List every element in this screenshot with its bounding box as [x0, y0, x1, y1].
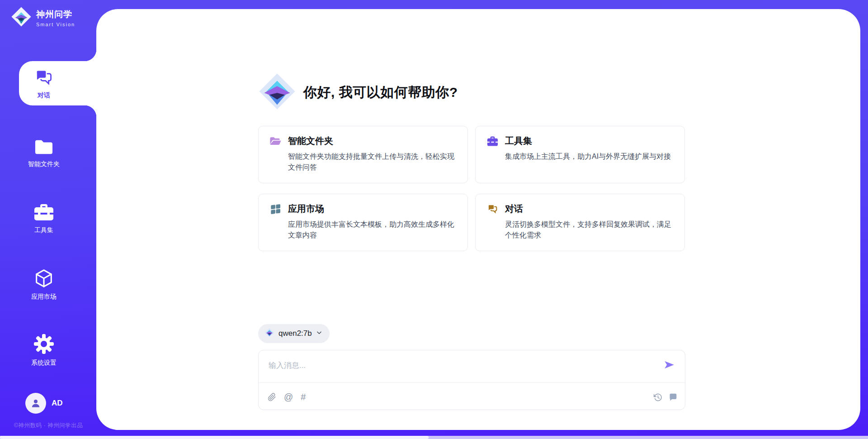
card-smart-folder[interactable]: 智能文件夹 智能文件夹功能支持批量文件上传与清洗，轻松实现文件问答 — [258, 126, 468, 183]
sidebar-item-label: 工具集 — [34, 226, 53, 234]
main-panel: 你好, 我可以如何帮助你? 智能文件夹 智能文件夹功能支持批量文件 — [96, 9, 860, 430]
model-name: qwen2:7b — [278, 329, 312, 338]
page-title: 你好, 我可以如何帮助你? — [303, 83, 458, 102]
gear-icon — [33, 333, 55, 355]
card-title: 对话 — [505, 203, 523, 215]
card-description: 集成市场上主流工具，助力AI与外界无缝扩展与对接 — [505, 151, 678, 162]
open-folder-icon — [269, 136, 282, 147]
card-chat[interactable]: 对话 灵活切换多模型文件，支持多样回复效果调试，满足个性化需求 — [475, 194, 685, 251]
card-title: 工具集 — [505, 135, 532, 147]
brand-name: 神州问学 — [36, 9, 75, 20]
sidebar-item-label: 智能文件夹 — [28, 160, 60, 168]
greeting-block: 你好, 我可以如何帮助你? — [258, 72, 458, 112]
toolbox-icon — [33, 202, 55, 222]
scrollbar-thumb[interactable] — [0, 436, 429, 439]
card-description: 智能文件夹功能支持批量文件上传与清洗，轻松实现文件问答 — [288, 151, 461, 173]
card-description: 应用市场提供丰富长文本模板，助力高效生成多样化文章内容 — [288, 219, 461, 241]
app-window: 神州问学 Smart Vision 对话 智能文件夹 — [0, 0, 868, 439]
sidebar-item-chat[interactable]: 对话 — [0, 61, 88, 105]
paperclip-icon[interactable] — [268, 393, 276, 401]
brand-diamond-icon — [11, 6, 32, 29]
sidebar-item-label: 应用市场 — [31, 293, 57, 301]
cube-icon — [33, 268, 54, 289]
card-title: 智能文件夹 — [288, 135, 333, 147]
horizontal-scrollbar[interactable] — [0, 436, 868, 439]
folder-icon — [33, 138, 54, 156]
send-icon — [663, 359, 675, 372]
copyright-text: ©神州数码 · 神州问学出品 — [5, 422, 92, 429]
briefcase-icon — [486, 135, 499, 147]
composer-tools-right — [653, 392, 678, 402]
sidebar-item-settings[interactable]: 系统设置 — [0, 327, 88, 372]
avatar — [25, 393, 46, 414]
chat-bubbles-icon — [33, 67, 54, 87]
model-selector[interactable]: qwen2:7b — [258, 324, 330, 343]
brand-logo: 神州问学 Smart Vision — [11, 6, 75, 29]
chat-bubbles-icon — [486, 203, 499, 215]
model-diamond-icon — [264, 328, 274, 339]
sidebar: 神州问学 Smart Vision 对话 智能文件夹 — [0, 0, 96, 439]
hash-icon[interactable]: # — [301, 392, 306, 401]
sidebar-item-toolbox[interactable]: 工具集 — [0, 196, 88, 241]
at-icon[interactable]: @ — [284, 392, 293, 401]
card-app-market[interactable]: 应用市场 应用市场提供丰富长文本模板，助力高效生成多样化文章内容 — [258, 194, 468, 251]
hero-diamond-icon — [258, 72, 296, 112]
brand-subtitle: Smart Vision — [36, 22, 75, 27]
card-title: 应用市场 — [288, 203, 324, 215]
grid-cube-icon — [269, 203, 282, 215]
user-initials: AD — [52, 399, 63, 408]
send-button[interactable] — [662, 358, 676, 372]
sidebar-item-app-market[interactable]: 应用市场 — [0, 262, 88, 307]
sidebar-item-smart-folder[interactable]: 智能文件夹 — [0, 130, 88, 176]
sidebar-item-label: 对话 — [38, 91, 50, 100]
message-input[interactable] — [269, 357, 639, 375]
sidebar-item-label: 系统设置 — [31, 359, 57, 367]
card-description: 灵活切换多模型文件，支持多样回复效果调试，满足个性化需求 — [505, 219, 678, 241]
chevron-down-icon — [316, 329, 322, 338]
user-account[interactable]: AD — [25, 393, 63, 414]
message-composer: @ # — [258, 350, 685, 410]
card-toolbox[interactable]: 工具集 集成市场上主流工具，助力AI与外界无缝扩展与对接 — [475, 126, 685, 183]
composer-divider — [259, 382, 685, 383]
composer-tools-left: @ # — [268, 392, 306, 401]
comment-icon[interactable] — [668, 392, 678, 402]
feature-cards: 智能文件夹 智能文件夹功能支持批量文件上传与清洗，轻松实现文件问答 — [258, 126, 685, 251]
history-icon[interactable] — [653, 393, 662, 402]
